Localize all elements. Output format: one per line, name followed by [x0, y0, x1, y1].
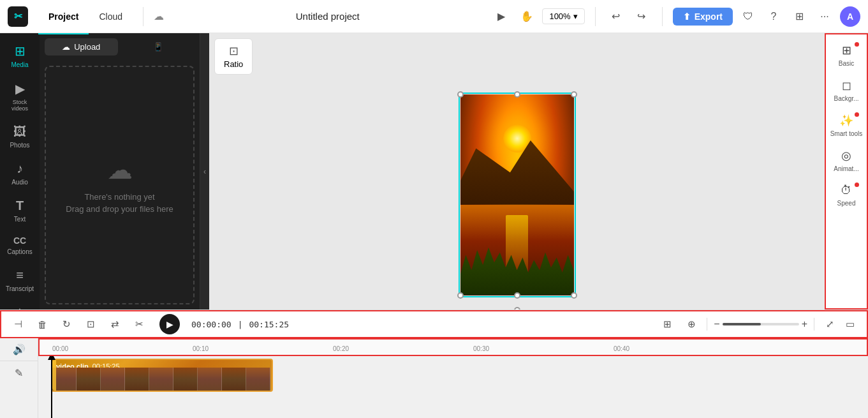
- canvas-controls: ⊡ Ratio: [209, 33, 825, 80]
- animation-icon: ◎: [841, 149, 851, 163]
- upload-tab-button[interactable]: ☁ Upload: [45, 38, 118, 56]
- scissors-button[interactable]: ✂: [130, 315, 148, 333]
- right-panel-basic[interactable]: ⊞ Basic: [827, 38, 865, 72]
- sidebar-label-text: Text: [14, 216, 26, 223]
- device-tab-button[interactable]: 📱: [122, 38, 195, 56]
- screen-button[interactable]: ▭: [841, 315, 859, 333]
- flip-button[interactable]: ⇄: [106, 315, 124, 333]
- handle-top-right[interactable]: [571, 91, 577, 98]
- ruler-mark-1: 00:10: [193, 345, 209, 352]
- thumb-6: [173, 368, 198, 391]
- app-logo[interactable]: ✂: [8, 6, 28, 27]
- cursor-tool-button[interactable]: ▶: [491, 6, 511, 27]
- timeline-tracks: video clip 00:15:25: [38, 356, 868, 418]
- right-panel-animation[interactable]: ◎ Animat...: [827, 144, 865, 177]
- handle-bottom-middle[interactable]: [514, 292, 520, 299]
- play-icon: ▶: [166, 319, 173, 329]
- sidebar-item-text[interactable]: T Text: [3, 193, 36, 228]
- handle-rotate[interactable]: [514, 307, 520, 310]
- ratio-button[interactable]: ⊡ Ratio: [214, 38, 253, 75]
- main-area: ⊞ Media ▶ Stockvideos 🖼 Photos ♪ Audio T…: [0, 33, 868, 310]
- project-title: Untitled project: [169, 11, 486, 22]
- sidebar-item-audio[interactable]: ♪ Audio: [3, 156, 36, 191]
- edit-button[interactable]: ✎: [0, 361, 38, 384]
- split-button[interactable]: ⊣: [9, 315, 27, 333]
- upload-cloud-icon: ☁: [107, 155, 133, 184]
- speed-badge: [855, 183, 859, 187]
- sidebar-label-media: Media: [11, 61, 28, 68]
- panel-collapse-handle[interactable]: ‹: [200, 33, 209, 310]
- export-button[interactable]: ⬆ Export: [673, 8, 733, 26]
- layout-button[interactable]: ⊞: [789, 6, 809, 27]
- loop-button[interactable]: ↻: [57, 315, 75, 333]
- text-icon: T: [16, 198, 24, 213]
- time-separator: |: [238, 320, 243, 329]
- media-panel-tabs: ☁ Upload 📱: [40, 33, 200, 61]
- handle-bottom-left[interactable]: [457, 292, 464, 299]
- avatar[interactable]: A: [840, 6, 860, 27]
- basic-icon: ⊞: [842, 43, 851, 57]
- left-sidebar: ⊞ Media ▶ Stockvideos 🖼 Photos ♪ Audio T…: [0, 33, 40, 310]
- sidebar-item-stickers[interactable]: ★ Stickers: [3, 300, 36, 310]
- handle-bottom-right[interactable]: [571, 292, 577, 299]
- play-button[interactable]: ▶: [159, 314, 180, 334]
- ruler-mark-0: 00:00: [52, 345, 68, 352]
- sidebar-item-captions[interactable]: CC Captions: [3, 230, 36, 260]
- background-icon: ◻: [842, 78, 851, 93]
- handle-top-middle[interactable]: [514, 91, 520, 98]
- sidebar-item-stock-videos[interactable]: ▶ Stockvideos: [3, 76, 36, 117]
- stock-videos-icon: ▶: [15, 81, 25, 96]
- grid-snap-button[interactable]: ⊞: [658, 315, 676, 333]
- export-icon: ⬆: [683, 11, 691, 22]
- speed-icon: ⏱: [841, 184, 852, 197]
- right-panel-speed[interactable]: ⏱ Speed: [827, 179, 865, 212]
- volume-button[interactable]: 🔊: [0, 338, 38, 361]
- thumb-3: [101, 368, 125, 391]
- undo-button[interactable]: ↩: [606, 6, 626, 27]
- zoom-out-icon[interactable]: −: [714, 318, 719, 330]
- tab-cloud[interactable]: Cloud: [89, 8, 133, 26]
- thumb-7: [198, 368, 222, 391]
- view-divider: [814, 318, 814, 331]
- upload-icon: ☁: [62, 42, 70, 52]
- video-frame[interactable]: [460, 94, 574, 295]
- timeline-toolbar: ⊣ 🗑 ↻ ⊡ ⇄ ✂ ▶ 00:00:00 | 00:15:25 ⊞ ⊕ − …: [0, 310, 868, 338]
- timeline-content: 00:00 00:10 00:20 00:30 00:40 video clip…: [38, 338, 868, 418]
- chevron-down-icon: ▾: [573, 11, 578, 21]
- delete-button[interactable]: 🗑: [33, 315, 51, 333]
- more-button[interactable]: ···: [814, 6, 835, 27]
- sidebar-item-transcript[interactable]: ≡ Transcript: [3, 263, 36, 297]
- divider-1: [143, 7, 143, 26]
- expand-timeline-button[interactable]: ⤢: [821, 315, 839, 333]
- tab-project[interactable]: Project: [38, 8, 89, 26]
- crop-button[interactable]: ⊡: [82, 315, 99, 333]
- sidebar-item-photos[interactable]: 🖼 Photos: [3, 119, 36, 154]
- speed-label: Speed: [837, 200, 856, 207]
- basic-badge: [855, 42, 859, 47]
- zoom-in-icon[interactable]: +: [802, 318, 807, 330]
- redo-button[interactable]: ↪: [631, 6, 652, 27]
- timeline-playhead[interactable]: [51, 356, 52, 418]
- total-time-display: 00:15:25: [249, 320, 289, 329]
- sidebar-item-media[interactable]: ⊞ Media: [3, 38, 36, 73]
- video-clip[interactable]: video clip 00:15:25: [51, 359, 273, 392]
- ratio-label: Ratio: [224, 59, 243, 69]
- shield-button[interactable]: 🛡: [738, 6, 758, 27]
- right-panel-smart-tools[interactable]: ✨ Smart tools: [827, 108, 865, 142]
- center-button[interactable]: ⊕: [682, 315, 700, 333]
- clip-left-edge: [52, 360, 56, 391]
- transcript-icon: ≡: [16, 268, 24, 283]
- right-panel-background[interactable]: ◻ Backgr...: [827, 73, 865, 107]
- basic-label: Basic: [839, 60, 854, 67]
- divider-3: [662, 7, 663, 26]
- export-label: Export: [695, 11, 723, 22]
- sidebar-label-photos: Photos: [10, 142, 29, 149]
- zoom-track[interactable]: [723, 323, 799, 325]
- media-drop-area[interactable]: ☁ There's nothing yet Drag and drop your…: [45, 66, 195, 304]
- sidebar-label-captions: Captions: [7, 248, 32, 255]
- help-button[interactable]: ?: [763, 6, 784, 27]
- handle-top-left[interactable]: [457, 91, 464, 98]
- smart-tools-label: Smart tools: [830, 130, 863, 137]
- hand-tool-button[interactable]: ✋: [517, 6, 537, 27]
- zoom-control[interactable]: 100% ▾: [542, 8, 584, 24]
